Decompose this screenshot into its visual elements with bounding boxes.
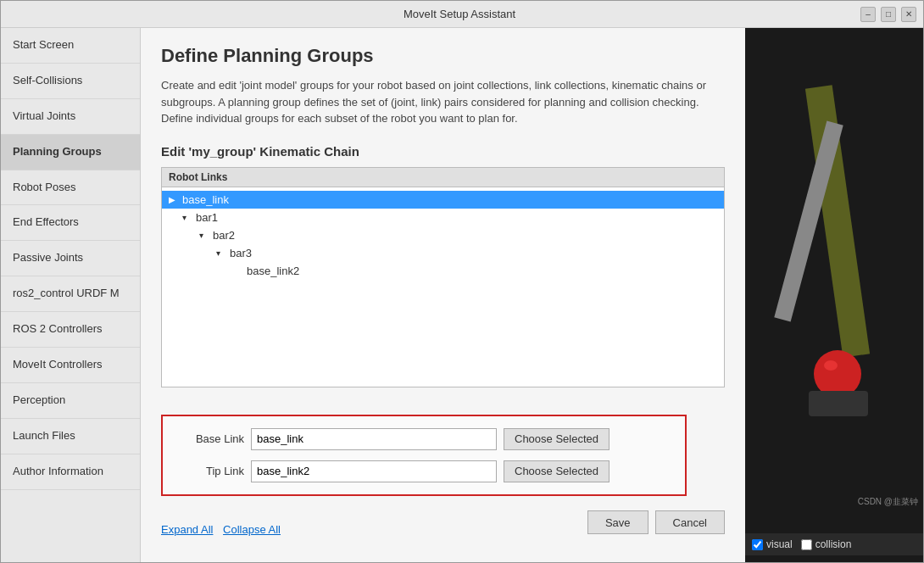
svg-point-4 (824, 360, 838, 371)
robot-view-panel: CSDN @韭菜钟 visual collision (745, 28, 923, 562)
tree-label-4: base_link2 (247, 265, 299, 277)
action-buttons: Save Cancel (587, 510, 725, 534)
sidebar-item-end-effectors[interactable]: End Effectors (1, 205, 140, 241)
visual-checkbox-label[interactable]: visual (752, 538, 793, 550)
tree-item-bar2[interactable]: ▾ bar2 (162, 226, 724, 244)
collision-label: collision (815, 538, 852, 550)
bottom-links: Expand All Collapse All (161, 523, 281, 536)
sidebar-item-moveit-controllers[interactable]: MoveIt Controllers (1, 348, 140, 383)
titlebar: MoveIt Setup Assistant – □ ✕ (1, 1, 923, 28)
link-separator (216, 523, 220, 536)
collision-checkbox[interactable] (801, 539, 812, 550)
robot-options: visual collision (745, 533, 923, 555)
tree-label-0: base_link (182, 193, 229, 206)
sidebar-item-planning-groups[interactable]: Planning Groups (1, 135, 140, 170)
sidebar-item-ros2-controllers[interactable]: ROS 2 Controllers (1, 312, 140, 348)
tree-arrow-0: ▶ (169, 195, 179, 204)
sidebar-item-author-information[interactable]: Author Information (1, 454, 140, 490)
sidebar-item-robot-poses[interactable]: Robot Poses (1, 170, 140, 206)
tree-item-bar1[interactable]: ▾ bar1 (162, 209, 724, 226)
tree-label-1: bar1 (196, 211, 218, 224)
collision-checkbox-label[interactable]: collision (801, 538, 852, 550)
base-link-row: Base Link Choose Selected (176, 428, 671, 450)
page-title: Define Planning Groups (161, 45, 725, 67)
content-area: Start Screen Self-Collisions Virtual Joi… (1, 28, 923, 562)
section-title: Edit 'my_group' Kinematic Chain (161, 144, 725, 159)
maximize-button[interactable]: □ (881, 7, 896, 22)
tree-body: ▶ base_link ▾ bar1 ▾ bar2 ▾ bar3 (162, 187, 724, 283)
close-button[interactable]: ✕ (901, 7, 916, 22)
tree-arrow-2: ▾ (199, 231, 209, 240)
sidebar-item-virtual-joints[interactable]: Virtual Joints (1, 99, 140, 135)
tip-link-row: Tip Link Choose Selected (176, 460, 671, 482)
collapse-all-link[interactable]: Collapse All (223, 523, 281, 536)
choose-selected-base-button[interactable]: Choose Selected (504, 428, 610, 450)
sidebar-item-launch-files[interactable]: Launch Files (1, 419, 140, 454)
svg-point-3 (814, 350, 861, 398)
tree-arrow-3: ▾ (216, 248, 226, 258)
base-link-input[interactable] (251, 428, 497, 450)
sidebar-item-start-screen[interactable]: Start Screen (1, 28, 140, 64)
minimize-button[interactable]: – (860, 7, 876, 22)
tree-label-3: bar3 (230, 247, 252, 259)
tree-arrow-1: ▾ (182, 213, 192, 222)
visual-label: visual (766, 538, 793, 550)
watermark: CSDN @韭菜钟 (858, 496, 918, 508)
visual-checkbox[interactable] (752, 539, 763, 550)
window-controls: – □ ✕ (860, 7, 916, 22)
base-link-label: Base Link (176, 432, 244, 445)
tree-item-base-link[interactable]: ▶ base_link (162, 191, 724, 209)
kinematic-chain-form: Base Link Choose Selected Tip Link Choos… (161, 415, 687, 496)
cancel-button[interactable]: Cancel (655, 510, 725, 534)
sidebar: Start Screen Self-Collisions Virtual Joi… (1, 28, 141, 562)
robot-links-tree: Robot Links ▶ base_link ▾ bar1 ▾ bar2 (161, 167, 725, 387)
sidebar-item-ros2-control[interactable]: ros2_control URDF M (1, 276, 140, 312)
tip-link-label: Tip Link (176, 465, 244, 477)
main-window: MoveIt Setup Assistant – □ ✕ Start Scree… (0, 0, 924, 563)
page-description: Create and edit 'joint model' groups for… (161, 77, 725, 127)
tree-item-base-link2[interactable]: base_link2 (162, 262, 724, 280)
tree-label-2: bar2 (213, 229, 235, 242)
svg-rect-5 (809, 391, 868, 416)
robot-svg (749, 52, 919, 510)
sidebar-item-self-collisions[interactable]: Self-Collisions (1, 64, 140, 99)
sidebar-item-passive-joints[interactable]: Passive Joints (1, 241, 140, 276)
tip-link-input[interactable] (251, 460, 497, 482)
sidebar-item-perception[interactable]: Perception (1, 383, 140, 419)
robot-canvas: CSDN @韭菜钟 (745, 28, 923, 533)
window-title: MoveIt Setup Assistant (58, 8, 860, 20)
expand-all-link[interactable]: Expand All (161, 523, 213, 536)
choose-selected-tip-button[interactable]: Choose Selected (504, 460, 610, 482)
tree-header: Robot Links (162, 168, 724, 187)
tree-item-bar3[interactable]: ▾ bar3 (162, 244, 724, 262)
main-panel: Define Planning Groups Create and edit '… (141, 28, 745, 562)
save-button[interactable]: Save (587, 510, 648, 534)
